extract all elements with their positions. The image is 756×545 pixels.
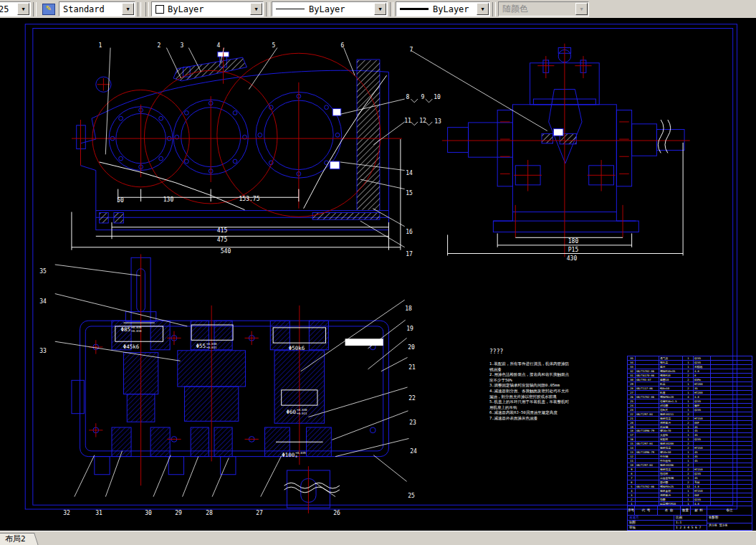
parts-list-cell: 65Mn [694, 378, 711, 382]
parts-list-cell [711, 472, 752, 475]
parts-list-cell: 15 [628, 442, 636, 445]
parts-list-cell: 31 [628, 374, 636, 377]
text-style-manager-button[interactable]: ✎ [40, 1, 57, 17]
parts-list-cell [711, 442, 752, 445]
parts-list-cell [711, 433, 752, 437]
color-control-combobox[interactable]: ByLayer ▼ [151, 1, 264, 16]
parts-list-cell [711, 417, 752, 420]
notes-lines: 1.装配前，所有零件进行清洗，机体内壁涂防锈油漆2.用涂色法检验斑点，按齿高和齿… [489, 361, 633, 422]
parts-list-cell: 45 [694, 429, 711, 432]
leader-label: 10 [434, 95, 441, 100]
parts-list-cell [636, 425, 659, 429]
chevron-down-icon[interactable]: ▼ [17, 3, 29, 15]
zoom-scale-combobox[interactable]: 25 ▼ [0, 1, 31, 16]
dimension-text: 180 [568, 239, 578, 245]
parts-list-cell: 2 [683, 417, 694, 420]
parts-list-cell: GB/T117-86 [636, 387, 659, 390]
dimension-text: 153.75 [239, 196, 260, 202]
parts-list-cell: 2 [683, 378, 694, 382]
parts-list-cell: 键16×70 [659, 429, 683, 432]
leader-label: 4 [217, 43, 221, 49]
parts-list-cell: 中间齿轮 [659, 459, 683, 463]
note-line: 应不少于50% [489, 378, 633, 384]
note-line: 4.减速器剖分面、各接触面及密封处均不允许 [489, 389, 633, 394]
leader-label: 22 [408, 396, 416, 402]
zoom-scale-value: 25 [0, 4, 9, 14]
parts-list-cell: GB/T5782-86 [636, 485, 659, 488]
leader-label: 8 [406, 95, 410, 100]
parts-list-cell: 调整垫片 [659, 421, 683, 425]
parts-list-cell: 1 [683, 455, 694, 458]
parts-list-cell: 销8×30 [659, 387, 683, 390]
drawing-name: 装配图 [707, 516, 752, 523]
parts-list-cell [636, 433, 659, 437]
parts-list-cell: 轴承套杯 [659, 489, 683, 493]
header-seq: 序号 [628, 506, 635, 515]
parts-list-cell [636, 391, 659, 394]
parts-list-cell [636, 382, 659, 386]
dimension-text: 475 [217, 237, 227, 243]
note-line: 3.调整固定轴承时应留轴向间隙0.05mm [489, 383, 633, 389]
parts-list-cell: 机座 [659, 391, 683, 394]
parts-list-cell: 键10×50 [659, 450, 683, 454]
leader-label: 7 [410, 47, 413, 53]
chevron-down-icon[interactable]: ▼ [477, 3, 489, 15]
linetype-control-combobox[interactable]: ByLayer ▼ [272, 1, 388, 16]
parts-list-cell: 1 [683, 498, 694, 501]
parts-list-cell [711, 387, 752, 390]
parts-list-cell: 29 [628, 382, 636, 386]
parts-list-cell [636, 446, 659, 450]
text-style-combobox[interactable]: Standard ▼ [59, 1, 135, 16]
leader-label: 25 [408, 493, 415, 499]
parts-list-cell: 油标尺 [659, 408, 683, 412]
parts-list-cell: 8 [694, 374, 711, 377]
plotstyle-control-combobox: 随颜色 ▼ [498, 1, 589, 16]
model-space-canvas[interactable]: 1234567891011121314151617181920212223242… [0, 18, 756, 531]
parts-list-cell: 16 [628, 437, 636, 441]
parts-list-cell: 1 [683, 361, 694, 364]
leader-label: 34 [39, 299, 47, 305]
parts-list-cell: 33 [628, 365, 636, 369]
parts-list-cell: 视孔盖 [659, 361, 683, 364]
dimension-text: 130 [163, 197, 173, 203]
leader-label: 20 [408, 345, 415, 351]
parts-list-cell: 14 [628, 446, 636, 450]
parts-list-cell [636, 502, 659, 506]
leader-label: 14 [406, 171, 413, 176]
parts-list-cell: 2 [683, 412, 694, 416]
chevron-down-icon[interactable]: ▼ [374, 3, 386, 15]
parts-list-cell [711, 399, 752, 403]
leader-label: 17 [406, 252, 413, 257]
parts-list-cell: 1 [683, 476, 694, 480]
parts-list-cell: 17 [628, 433, 636, 437]
parts-list-cell: 2 [683, 446, 694, 450]
layout-tab[interactable]: 布局2 [0, 533, 39, 545]
parts-list-cell: 中间轴 [659, 455, 683, 458]
parts-list-cell: 18 [628, 429, 636, 432]
parts-list-cell: Q235 [694, 498, 711, 501]
parts-list-cell: 45 [694, 433, 711, 437]
chevron-down-icon[interactable]: ▼ [250, 3, 262, 15]
parts-list-cell: 轴承端盖 [659, 446, 683, 450]
parts-list-cell: 轴承30211 [659, 412, 683, 416]
draw-label: 制图 [628, 521, 674, 526]
parts-list-cell: Q235 [694, 408, 711, 412]
parts-list-cell [711, 356, 752, 360]
layout-tab-bar: 布局2 [0, 531, 756, 545]
lineweight-value: ByLayer [433, 4, 469, 14]
lineweight-control-combobox[interactable]: ByLayer ▼ [396, 1, 490, 16]
parts-list-cell: 8 [628, 472, 636, 475]
parts-list-cell [711, 408, 752, 412]
chevron-down-icon[interactable]: ▼ [122, 3, 134, 15]
parts-list-cell: 垫圈10 [659, 378, 683, 382]
parts-list-cell: 定距环 [659, 437, 683, 441]
parts-list-cell: 2 [683, 468, 694, 471]
parts-list-cell: 20 [628, 421, 636, 425]
parts-list-cell: 密封圈 [659, 480, 683, 484]
parts-list-cell: 30 [628, 378, 636, 382]
parts-list-cell: GB/T5782-86 [636, 369, 659, 373]
parts-list-cell: 挡油环 [659, 472, 683, 475]
shaft-diameter-label: Φ50k6 [289, 346, 305, 351]
parts-list-cell [636, 480, 659, 484]
parts-list-cell [636, 356, 659, 360]
